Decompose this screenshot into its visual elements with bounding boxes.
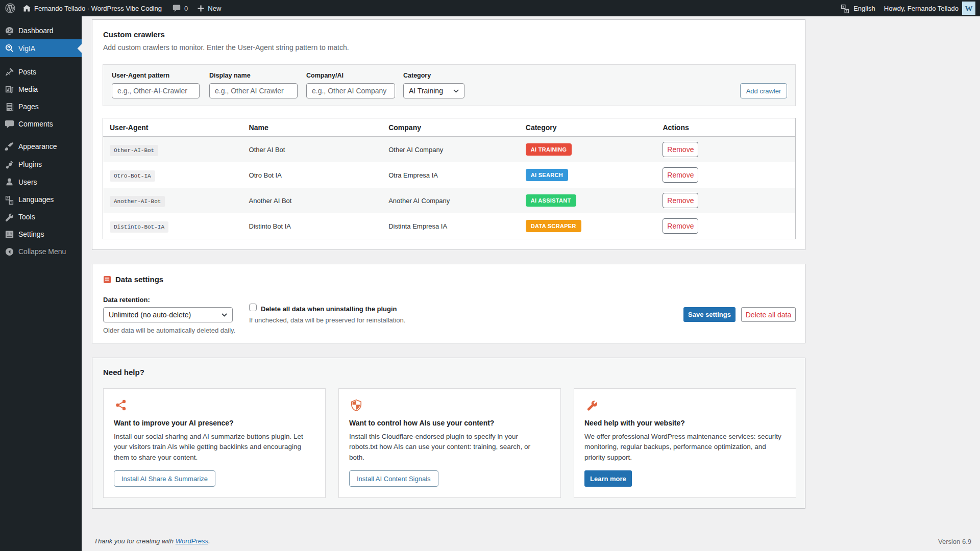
svg-text:W: W	[965, 5, 973, 13]
